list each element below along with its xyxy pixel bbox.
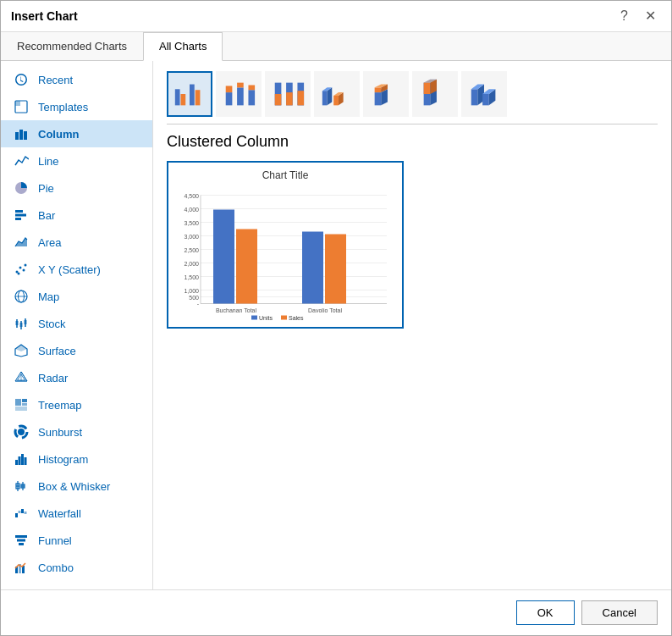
sidebar-item-pie[interactable]: Pie (1, 174, 152, 202)
svg-rect-47 (15, 513, 18, 517)
insert-chart-dialog: Insert Chart ? ✕ Recommended Charts All … (0, 0, 672, 636)
svg-rect-2 (15, 132, 19, 140)
help-button[interactable]: ? (615, 8, 633, 25)
svg-rect-6 (15, 210, 23, 213)
svg-point-13 (25, 264, 27, 267)
svg-marker-94 (482, 94, 489, 105)
svg-rect-7 (15, 214, 26, 217)
svg-text:4,500: 4,500 (184, 193, 199, 199)
sidebar-item-column[interactable]: Column (1, 120, 152, 147)
sidebar-label-sunburst: Sunburst (38, 426, 82, 439)
svg-rect-124 (251, 316, 257, 320)
sidebar-item-line[interactable]: Line (1, 147, 152, 174)
ok-button[interactable]: OK (516, 600, 575, 625)
svg-rect-60 (196, 90, 201, 105)
svg-text:2,500: 2,500 (184, 247, 199, 253)
chart-type-3d-100stacked-column[interactable] (412, 71, 458, 117)
stock-icon (13, 316, 30, 331)
svg-rect-38 (19, 456, 21, 465)
sidebar-label-column: Column (38, 128, 79, 141)
sidebar-label-treemap: Treemap (38, 399, 82, 412)
sidebar-label-surface: Surface (38, 345, 76, 357)
chart-preview-title: Chart Title (175, 169, 395, 181)
svg-rect-1 (15, 101, 20, 106)
svg-rect-119 (236, 230, 257, 304)
sidebar-item-funnel[interactable]: Funnel (1, 527, 152, 554)
svg-rect-19 (16, 321, 19, 325)
sidebar-label-recent: Recent (38, 74, 73, 86)
svg-marker-79 (375, 92, 382, 105)
titlebar-controls: ? ✕ (615, 8, 661, 25)
svg-rect-53 (19, 543, 24, 545)
svg-text:2,000: 2,000 (184, 261, 199, 267)
dialog-title: Insert Chart (11, 9, 78, 23)
recent-icon (13, 72, 30, 87)
chart-type-3d-stacked-column[interactable] (363, 71, 409, 117)
sidebar-item-area[interactable]: Area (1, 229, 152, 256)
svg-text:500: 500 (189, 295, 199, 301)
titlebar: Insert Chart ? ✕ (1, 1, 671, 32)
svg-rect-39 (21, 454, 24, 465)
svg-marker-82 (375, 87, 382, 92)
tab-recommended[interactable]: Recommended Charts (1, 32, 143, 60)
svg-point-12 (23, 269, 25, 272)
sidebar-item-bar[interactable]: Bar (1, 202, 152, 229)
tab-all-charts[interactable]: All Charts (143, 32, 223, 61)
svg-rect-65 (248, 90, 255, 105)
svg-text:1,000: 1,000 (184, 288, 199, 294)
line-icon (13, 153, 30, 169)
main-content: Clustered Column Chart Title (153, 61, 671, 589)
svg-rect-118 (213, 210, 234, 304)
scatter-icon (13, 262, 30, 277)
sidebar-item-histogram[interactable]: Histogram (1, 445, 152, 473)
column-icon (13, 126, 30, 141)
svg-text:Sales: Sales (289, 315, 304, 321)
sidebar-item-radar[interactable]: Radar (1, 364, 152, 391)
chart-type-100-stacked-column[interactable] (265, 71, 311, 117)
svg-rect-37 (15, 460, 18, 465)
chart-type-3d-clustered-column[interactable] (314, 71, 360, 117)
chart-type-clustered-column[interactable] (167, 71, 212, 117)
chart-type-3d-column[interactable] (461, 71, 507, 117)
chart-type-stacked-column[interactable] (216, 71, 262, 117)
sidebar-item-waterfall[interactable]: Waterfall (1, 500, 152, 527)
sidebar-item-recent[interactable]: Recent (1, 66, 152, 93)
area-icon (13, 235, 30, 250)
svg-rect-62 (226, 86, 233, 92)
sidebar-item-stock[interactable]: Stock (1, 310, 152, 337)
svg-rect-21 (20, 323, 23, 327)
sidebar-label-map: Map (38, 290, 59, 303)
svg-point-11 (19, 267, 22, 269)
sidebar-item-sunburst[interactable]: Sunburst (1, 418, 152, 445)
sidebar-item-treemap[interactable]: Treemap (1, 391, 152, 418)
svg-text:-: - (197, 301, 200, 307)
sidebar-item-boxwhisker[interactable]: Box & Whisker (1, 473, 152, 500)
svg-rect-3 (19, 130, 23, 140)
svg-rect-4 (24, 131, 27, 140)
sidebar-label-bar: Bar (38, 209, 55, 222)
svg-text:Davolio Total: Davolio Total (308, 307, 342, 313)
svg-text:3,500: 3,500 (184, 220, 199, 226)
svg-point-35 (18, 429, 25, 435)
sidebar-label-pie: Pie (38, 182, 54, 195)
svg-rect-70 (286, 92, 293, 105)
sidebar-item-xy[interactable]: X Y (Scatter) (1, 256, 152, 283)
svg-rect-126 (281, 316, 287, 320)
sidebar-item-map[interactable]: Map (1, 283, 152, 310)
sidebar-label-boxwhisker: Box & Whisker (38, 480, 110, 493)
svg-rect-48 (19, 511, 21, 513)
svg-point-14 (18, 273, 20, 275)
sidebar-item-templates[interactable]: Templates (1, 93, 152, 120)
sidebar-item-surface[interactable]: Surface (1, 337, 152, 364)
sidebar-label-stock: Stock (38, 318, 66, 330)
svg-rect-51 (15, 535, 27, 538)
svg-rect-57 (175, 89, 180, 105)
sidebar-label-xy: X Y (Scatter) (38, 263, 101, 276)
svg-marker-25 (15, 345, 27, 351)
svg-rect-58 (181, 94, 186, 105)
cancel-button[interactable]: Cancel (581, 600, 658, 625)
sidebar-label-area: Area (38, 236, 61, 249)
close-button[interactable]: ✕ (640, 8, 661, 25)
sidebar-item-combo[interactable]: Combo (1, 554, 152, 581)
svg-rect-50 (25, 512, 27, 514)
